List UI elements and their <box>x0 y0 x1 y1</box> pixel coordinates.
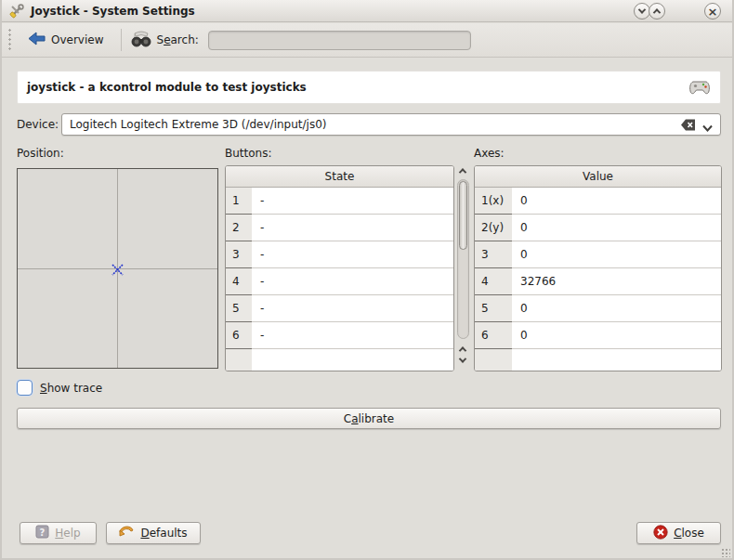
row-value: 0 <box>512 322 721 349</box>
toolbar-separator <box>121 29 122 51</box>
buttons-scrollbar[interactable] <box>456 166 470 371</box>
axes-label: Axes: <box>474 147 505 160</box>
row-value: - <box>252 268 453 295</box>
show-trace-checkbox[interactable] <box>17 380 33 396</box>
system-settings-window: Joystick - System Settings × Overview <box>0 0 734 560</box>
close-button[interactable]: Close <box>636 522 721 544</box>
row-number <box>475 349 512 371</box>
chevron-down-icon <box>638 6 646 13</box>
row-number: 5 <box>475 295 512 322</box>
undo-defaults-icon <box>119 526 135 541</box>
table-row: 4- <box>226 268 453 295</box>
module-title: joystick - a kcontrol module to test joy… <box>27 81 307 94</box>
calibrate-button[interactable]: Calibrate <box>17 408 721 429</box>
overview-button[interactable]: Overview <box>20 28 111 52</box>
window-controls: × <box>630 2 732 20</box>
scroll-up-button[interactable] <box>458 166 467 176</box>
titlebar[interactable]: Joystick - System Settings × <box>2 0 732 22</box>
device-combobox[interactable]: Logitech Logitech Extreme 3D (/dev/input… <box>61 113 721 136</box>
table-row: 3- <box>226 241 453 268</box>
utilities-tools-icon <box>9 4 24 19</box>
binoculars-search-icon <box>131 31 151 50</box>
resize-grip[interactable] <box>721 548 730 557</box>
calibrate-label: Calibrate <box>344 412 394 425</box>
overview-label: Overview <box>51 33 104 46</box>
module-header: joystick - a kcontrol module to test joy… <box>17 71 721 104</box>
back-arrow-icon <box>28 32 46 48</box>
scroll-up-button-2[interactable] <box>458 345 467 354</box>
scrollbar-thumb[interactable] <box>459 181 467 250</box>
scroll-down-button[interactable] <box>458 356 467 365</box>
axes-table: Value 1(x)0 2(y)0 30 432766 50 60 <box>474 165 722 371</box>
joystick-gamepad-icon <box>688 78 711 99</box>
toolbar: Overview Search: <box>2 23 732 58</box>
close-icon: × <box>708 6 718 18</box>
close-label: Close <box>674 527 704 540</box>
buttons-table: State 1- 2- 3- 4- 5- 6- <box>225 165 454 371</box>
row-value: - <box>252 322 453 349</box>
table-row: 1- <box>226 188 453 215</box>
search-label: Search: <box>157 33 199 46</box>
row-number: 6 <box>475 322 512 349</box>
buttons-table-header: State <box>226 166 453 188</box>
row-number: 5 <box>226 295 252 322</box>
show-trace-label: Show trace <box>40 382 102 395</box>
table-row: 2(y)0 <box>475 215 721 241</box>
scrollbar-track[interactable] <box>457 179 469 339</box>
svg-text:?: ? <box>40 527 46 538</box>
row-value <box>512 349 721 371</box>
defaults-label: Defaults <box>140 527 187 540</box>
row-value: - <box>252 241 453 268</box>
row-number: 1 <box>226 188 252 215</box>
table-row: 6- <box>226 322 453 349</box>
row-number: 3 <box>475 241 512 268</box>
device-row: Device: Logitech Logitech Extreme 3D (/d… <box>17 113 721 136</box>
device-label: Device: <box>17 118 61 131</box>
window-title: Joystick - System Settings <box>31 5 195 18</box>
toolbar-drag-handle[interactable] <box>7 28 13 52</box>
row-value: 0 <box>512 215 721 241</box>
row-value: 0 <box>512 188 721 215</box>
row-number <box>226 349 252 371</box>
chevron-up-icon <box>459 346 466 354</box>
table-row: 60 <box>475 322 721 349</box>
row-value: 0 <box>512 295 721 322</box>
chevron-up-icon <box>653 8 661 16</box>
table-row: 50 <box>475 295 721 322</box>
table-row: 1(x)0 <box>475 188 721 215</box>
table-row-partial <box>226 349 453 371</box>
device-value: Logitech Logitech Extreme 3D (/dev/input… <box>70 118 326 131</box>
position-label: Position: <box>17 147 64 160</box>
help-label: Help <box>55 527 80 540</box>
table-row: 432766 <box>475 268 721 295</box>
row-number: 4 <box>226 268 252 295</box>
chevron-down-icon <box>459 355 466 362</box>
row-number: 6 <box>226 322 252 349</box>
table-row: 2- <box>226 215 453 241</box>
row-number: 1(x) <box>475 188 512 215</box>
search-input[interactable] <box>208 31 471 50</box>
maximize-button[interactable] <box>649 3 665 20</box>
row-number: 4 <box>475 268 512 295</box>
row-value: 0 <box>512 241 721 268</box>
defaults-button[interactable]: Defaults <box>106 522 201 544</box>
show-trace-row: Show trace <box>17 380 102 396</box>
chevron-down-icon[interactable] <box>702 122 713 135</box>
help-book-icon: ? <box>35 525 49 541</box>
close-red-icon <box>653 525 668 542</box>
buttons-label: Buttons: <box>225 147 272 160</box>
row-value: 32766 <box>512 268 721 295</box>
close-window-button[interactable]: × <box>704 3 721 20</box>
row-value <box>252 349 453 371</box>
row-value: - <box>252 295 453 322</box>
clear-input-icon[interactable] <box>681 119 696 134</box>
row-number: 3 <box>226 241 252 268</box>
help-button[interactable]: ? Help <box>20 522 97 544</box>
chevron-up-icon <box>459 168 466 176</box>
row-number: 2(y) <box>475 215 512 241</box>
position-pad <box>17 168 218 369</box>
row-number: 2 <box>226 215 252 241</box>
axes-table-header: Value <box>475 166 721 188</box>
table-row: 30 <box>475 241 721 268</box>
row-value: - <box>252 215 453 241</box>
